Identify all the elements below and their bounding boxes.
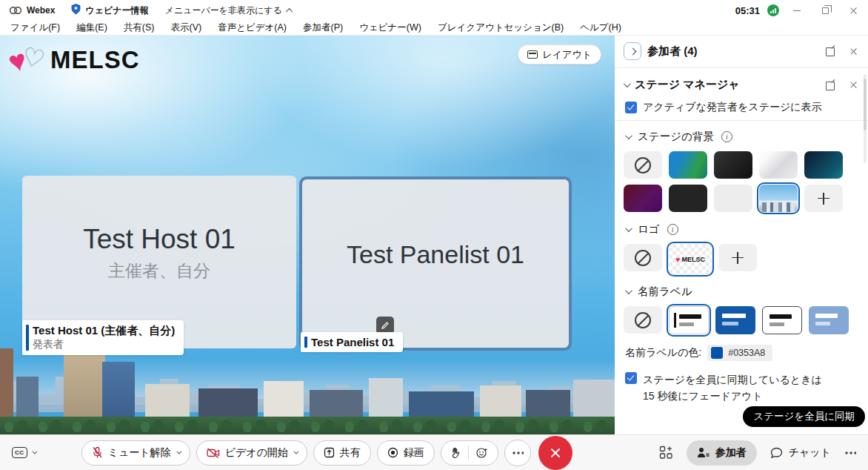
background-purple-swatch[interactable]	[624, 185, 662, 212]
stage-background-title: ステージの背景	[638, 130, 714, 144]
name-label-none-swatch[interactable]	[624, 306, 662, 334]
menu-help[interactable]: ヘルプ(H)	[580, 21, 621, 34]
expand-participants-button[interactable]	[624, 42, 641, 60]
logo-melsc-swatch-selected[interactable]: ♥ MELSC	[669, 244, 712, 274]
info-icon[interactable]: i	[721, 131, 732, 142]
menu-bar: ファイル(F) 編集(E) 共有(S) 表示(V) 音声とビデオ(A) 参加者(…	[0, 21, 868, 36]
add-background-button[interactable]	[804, 185, 843, 212]
sync-fadeout-checkbox-row[interactable]: ステージを全員に同期しているときは 15 秒後にフェードアウト	[615, 364, 868, 408]
start-video-label: ビデオの開始	[225, 446, 288, 460]
sync-fadeout-checkbox[interactable]	[625, 372, 637, 384]
chevron-down-icon[interactable]	[625, 132, 632, 139]
leave-meeting-button[interactable]	[538, 436, 572, 470]
menu-breakout[interactable]: ブレイクアウトセッション(B)	[438, 21, 564, 34]
popout-icon[interactable]	[826, 80, 836, 90]
name-label-color-value: #0353A8	[728, 348, 765, 358]
logo-swatches: ♥ MELSC	[615, 241, 859, 279]
participants-panel-button[interactable]: 参加者	[687, 440, 757, 466]
restore-button[interactable]	[815, 2, 835, 19]
sync-stage-button[interactable]: ステージを全員に同期	[743, 406, 865, 427]
webinar-info-button[interactable]: ウェビナー情報	[71, 4, 148, 17]
name-label-style-translucent[interactable]	[809, 306, 849, 334]
webex-logo-icon	[9, 5, 22, 16]
captions-button[interactable]: CC	[12, 447, 36, 458]
close-stage-manager-icon[interactable]	[849, 81, 858, 89]
stage-background-header: ステージの背景 i	[615, 124, 868, 148]
stage-brand-logo: ♥♡ MELSC	[9, 43, 140, 77]
background-navy-teal-swatch[interactable]	[804, 151, 843, 179]
menu-audio-video[interactable]: 音声とビデオ(A)	[218, 21, 287, 34]
raise-hand-icon[interactable]	[451, 447, 461, 459]
active-speaker-checkbox[interactable]	[625, 102, 637, 113]
layout-button[interactable]: レイアウト	[518, 44, 601, 64]
chevron-down-icon[interactable]	[293, 449, 298, 454]
webex-logo: Webex	[9, 5, 55, 16]
share-button[interactable]: 共有	[313, 440, 371, 466]
layout-button-label: レイアウト	[542, 48, 592, 62]
close-participants-icon[interactable]	[849, 47, 858, 56]
sync-stage-button-label: ステージを全員に同期	[753, 410, 855, 423]
logo-swatch-text: MELSC	[682, 256, 706, 263]
chevron-down-icon[interactable]	[624, 80, 631, 87]
background-cityscape-swatch-selected[interactable]	[759, 185, 798, 212]
close-icon	[849, 7, 858, 15]
treeline	[0, 417, 615, 434]
background-lightgray-swatch[interactable]	[714, 185, 752, 212]
menu-webinar[interactable]: ウェビナー(W)	[359, 21, 421, 34]
more-options-button[interactable]	[504, 440, 531, 466]
chevron-down-icon[interactable]	[625, 287, 632, 294]
background-black-swatch[interactable]	[714, 151, 752, 179]
chat-icon	[770, 447, 783, 459]
background-teal-green-swatch[interactable]	[669, 151, 707, 179]
add-logo-button[interactable]	[718, 244, 757, 271]
more-panels-button[interactable]	[844, 451, 856, 454]
sync-fadeout-line2: 15 秒後にフェードアウト	[643, 390, 763, 402]
menu-edit[interactable]: 編集(E)	[76, 21, 107, 34]
info-icon[interactable]: i	[667, 224, 678, 235]
control-bar: CC ミュート解除 ビデオの開始 共有 録画	[0, 434, 868, 470]
background-silver-swatch[interactable]	[759, 151, 798, 179]
name-label-style-accent-bar-selected[interactable]	[669, 306, 709, 334]
menu-file[interactable]: ファイル(F)	[10, 21, 60, 34]
pencil-icon	[381, 321, 390, 330]
meeting-timer: 05:31	[735, 5, 760, 16]
logo-none-swatch[interactable]	[624, 244, 662, 271]
chevron-down-icon[interactable]	[176, 449, 181, 454]
unmute-button[interactable]: ミュート解除	[81, 440, 190, 466]
record-button[interactable]: 録画	[377, 440, 435, 466]
melsc-heart-icon: ♥♡	[9, 43, 47, 77]
active-speaker-checkbox-row[interactable]: アクティブな発言者をステージに表示	[615, 98, 868, 119]
chevron-down-icon	[32, 449, 37, 454]
hide-menubar-button[interactable]: メニューバーを非表示にする	[165, 4, 292, 17]
captions-icon: CC	[12, 447, 27, 458]
background-none-swatch[interactable]	[624, 151, 662, 179]
menu-view[interactable]: 表示(V)	[170, 21, 201, 34]
chevron-down-icon[interactable]	[625, 225, 632, 232]
stage-manager-title: ステージ マネージャ	[635, 78, 820, 92]
divider	[615, 120, 868, 121]
video-tile-panelist[interactable]: Test Panelist 01	[299, 176, 572, 351]
camera-off-icon	[207, 448, 220, 458]
panel-scrollbar-thumb[interactable]	[864, 79, 867, 130]
name-label-color-picker[interactable]: #0353A8	[707, 345, 772, 361]
emoji-reaction-icon[interactable]	[476, 447, 488, 459]
name-label-style-outline[interactable]	[762, 306, 802, 334]
close-button[interactable]	[843, 2, 864, 19]
minimize-button[interactable]	[787, 2, 807, 19]
host-name-label: Test Host 01 (主催者、自分) 発表者	[22, 320, 184, 355]
stage-background-swatches	[615, 148, 859, 216]
shield-icon	[71, 4, 81, 17]
name-label-style-filled[interactable]	[715, 306, 755, 334]
menu-share[interactable]: 共有(S)	[124, 21, 155, 34]
popout-icon[interactable]	[826, 46, 836, 56]
right-panel: 参加者 (4) ステージ マネージャ アクティブな発言者をステージに表示 ステー…	[615, 36, 868, 434]
start-video-button[interactable]: ビデオの開始	[196, 440, 307, 466]
restore-icon	[822, 7, 829, 14]
menu-participants[interactable]: 参加者(P)	[303, 21, 343, 34]
apps-button[interactable]	[659, 446, 673, 460]
connection-quality-icon[interactable]	[767, 4, 779, 16]
chat-panel-button[interactable]: チャット	[770, 446, 831, 460]
meeting-stage: ♥♡ MELSC レイアウト Test Host 01 主催者、自分 Test …	[0, 36, 615, 434]
app-name: Webex	[27, 5, 55, 16]
background-charcoal-swatch[interactable]	[669, 185, 707, 212]
